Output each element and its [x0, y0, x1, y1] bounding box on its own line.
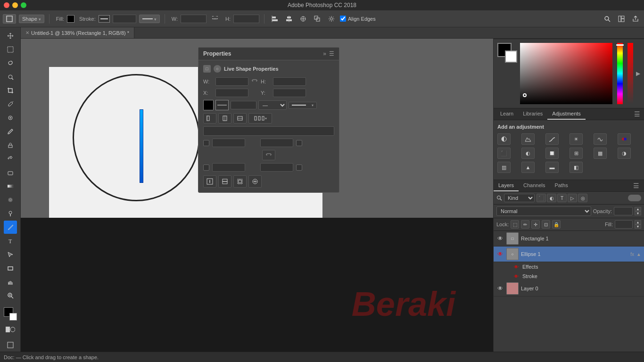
height-field[interactable]: 156 px [273, 77, 306, 86]
fill-value-input[interactable]: 100% [615, 220, 633, 229]
color-lookup-adj[interactable]: ▦ [594, 148, 607, 159]
merge-layers-btn[interactable] [218, 175, 231, 188]
fill-down-btn[interactable]: ▼ [635, 224, 641, 229]
wh-link-icon[interactable] [251, 78, 258, 86]
stroke-swatch[interactable] [99, 15, 110, 23]
stroke-align-select[interactable]: — [258, 100, 287, 110]
history-brush-tool[interactable] [4, 152, 17, 165]
lock-position-btn[interactable]: ✛ [531, 220, 540, 229]
curves-adj[interactable] [545, 133, 559, 145]
x-field[interactable]: 245 px [215, 89, 248, 97]
props-menu-icon[interactable]: ☰ [329, 50, 334, 57]
bw-adj[interactable]: ◐ [521, 148, 535, 159]
br-checkbox[interactable] [296, 165, 302, 171]
background-swatch[interactable] [505, 50, 517, 63]
quick-mask-btn[interactable] [4, 323, 17, 336]
minimize-button[interactable] [12, 2, 18, 8]
y-field[interactable]: 177 px [273, 89, 306, 97]
sub-vis-effects[interactable]: 👁 [512, 263, 520, 271]
stroke-style-btn[interactable] [139, 15, 160, 23]
exposure-adj[interactable]: ☀ [570, 133, 583, 145]
path-selection-tool[interactable] [4, 248, 17, 261]
opacity-up-btn[interactable]: ▲ [635, 207, 641, 211]
stroke-width-field[interactable]: 1 px [231, 101, 256, 109]
lock-transparent-btn[interactable]: ⬚ [511, 220, 519, 229]
alpha-slider[interactable] [627, 43, 633, 104]
stroke-width-input[interactable]: 1 px [113, 15, 136, 23]
distribute-btn[interactable]: ▾ [248, 113, 272, 123]
tr-radius[interactable]: 0 px [260, 139, 293, 147]
align-layers-btn[interactable] [203, 175, 216, 188]
close-button[interactable] [4, 2, 9, 8]
layer-visibility-btn-layer0[interactable]: 👁 [496, 285, 504, 292]
gradient-tool[interactable] [4, 180, 17, 193]
rectangle-tool[interactable] [4, 262, 17, 275]
layers-tab[interactable]: Layers [494, 180, 519, 191]
share-icon[interactable] [630, 13, 641, 25]
fill-color-swatch[interactable] [203, 100, 214, 110]
healing-tool[interactable] [4, 111, 17, 124]
adjustments-tab[interactable]: Adjustments [547, 108, 586, 120]
layer-sub-effects[interactable]: 👁 Effects [494, 262, 644, 272]
width-input[interactable]: 14 px [181, 15, 206, 23]
search-icon[interactable] [602, 13, 613, 25]
hue-slider[interactable] [617, 43, 623, 104]
libraries-tab[interactable]: Libraries [518, 108, 547, 120]
stroke-style-select[interactable]: ▾ [289, 102, 317, 109]
vibrance-adj[interactable] [594, 133, 607, 145]
dodge-tool[interactable] [4, 207, 17, 220]
shape-filter-icon[interactable]: ▷ [568, 194, 577, 202]
hsl-adj[interactable] [618, 133, 631, 145]
screen-mode-btn[interactable] [4, 338, 17, 352]
learn-tab[interactable]: Learn [495, 108, 518, 120]
color-cursor[interactable] [523, 93, 527, 97]
height-input[interactable]: 156 px [233, 15, 259, 23]
brush-tool[interactable] [4, 125, 17, 138]
brightness-contrast-adj[interactable] [497, 133, 511, 145]
color-picker-area[interactable] [520, 43, 612, 104]
gear-settings-icon[interactable] [326, 13, 337, 25]
crop-tool[interactable] [4, 84, 17, 97]
filter-type-select[interactable]: Kind [504, 194, 535, 202]
hand-tool[interactable] [4, 275, 17, 288]
pen-tool[interactable] [4, 221, 17, 234]
lock-pixels-btn[interactable]: ✏ [521, 220, 529, 229]
align-center-icon[interactable] [283, 13, 295, 25]
channels-tab[interactable]: Channels [519, 180, 550, 191]
tr-checkbox[interactable] [296, 140, 302, 146]
fill-up-btn[interactable]: ▲ [635, 220, 641, 224]
doc-tab[interactable]: ✕ Untitled-1 @ 138% (Rectangle 1, RGB/8)… [21, 27, 134, 38]
adj-panel-menu-icon[interactable]: ☰ [632, 110, 642, 118]
br-radius[interactable]: 0 px [260, 163, 293, 172]
paths-tab[interactable]: Paths [550, 180, 573, 191]
path-arrangement-icon[interactable] [312, 13, 323, 25]
maximize-button[interactable] [21, 2, 26, 8]
doc-close-icon[interactable]: ✕ [25, 30, 29, 35]
layer-row-rectangle1[interactable]: 👁 □ Rectangle 1 [494, 231, 644, 247]
align-vcenter-btn[interactable] [233, 113, 247, 123]
path-operations-icon[interactable] [297, 13, 309, 25]
sub-vis-stroke[interactable]: 👁 [512, 272, 520, 280]
stamp-tool[interactable] [4, 139, 17, 152]
props-expand-icon[interactable]: » [323, 50, 326, 57]
gradient-map-adj[interactable]: ▬ [545, 162, 559, 173]
text-filter-icon[interactable]: T [557, 194, 567, 202]
layer-effects-btn[interactable] [248, 175, 262, 188]
threshold-adj[interactable]: ▲ [521, 162, 535, 173]
link-corners-btn[interactable] [262, 150, 275, 160]
corner-radius-input[interactable]: 0px0px0px0px [203, 126, 334, 136]
bl-radius[interactable]: 0 px [212, 163, 245, 172]
layer-visibility-btn-rect1[interactable]: 👁 [496, 235, 504, 242]
selective-color-adj[interactable]: ◧ [570, 162, 583, 173]
stroke-color-swatch[interactable] [215, 100, 229, 110]
layer-row-layer0[interactable]: 👁 Layer 0 [494, 281, 644, 296]
blur-tool[interactable] [4, 193, 17, 206]
align-left-icon[interactable] [269, 13, 281, 25]
color-expand-icon[interactable]: ▶ [636, 70, 640, 77]
align-hcenter-btn[interactable] [218, 113, 231, 123]
levels-adj[interactable] [521, 133, 535, 145]
move-tool[interactable] [4, 29, 17, 42]
color-balance-adj[interactable]: ⬛ [497, 148, 511, 159]
layers-panel-menu-icon[interactable]: ☰ [630, 182, 642, 189]
fill-swatch[interactable] [67, 15, 74, 23]
